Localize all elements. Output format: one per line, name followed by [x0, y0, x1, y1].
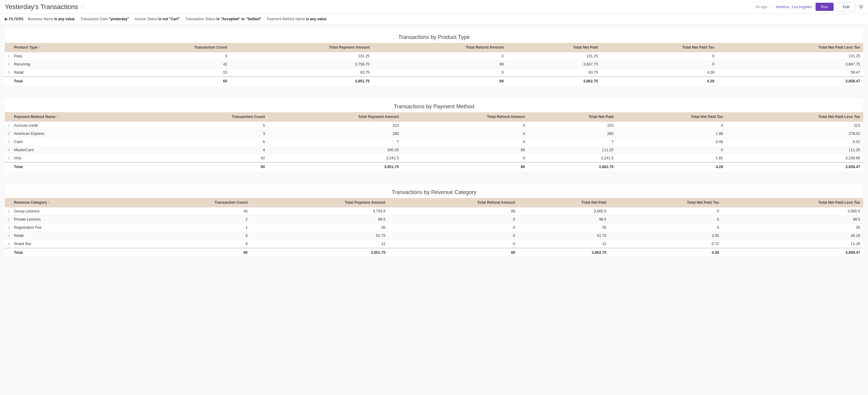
row-num: 1: [5, 122, 11, 130]
col-rownum-header: [5, 43, 11, 52]
table-row: 1 Pass 3 131.25 0 131.25 0 131.25: [5, 52, 863, 60]
run-button[interactable]: Run: [815, 3, 834, 11]
cell-net-less-tax: 98.5: [722, 215, 863, 223]
filter-separator-2: [131, 17, 133, 21]
cell-product-type: Pass: [11, 52, 111, 60]
cell-net-paid: 223: [528, 122, 617, 130]
filter-separator-1: [76, 17, 79, 21]
col-total-net-paid-less-tax[interactable]: Total Net Paid Less Tax: [722, 198, 863, 207]
col-total-refund-amount[interactable]: Total Refund Amount: [389, 198, 518, 207]
col-total-net-paid[interactable]: Total Net Paid: [518, 198, 609, 207]
cell-net-tax: 0: [617, 122, 726, 130]
cell-net-paid: 63.75: [507, 68, 601, 77]
total-net-less-tax: 3,858.47: [726, 162, 863, 171]
col-total-net-paid-less-tax[interactable]: Total Net Paid Less Tax: [726, 112, 863, 122]
col-total-net-paid-tax[interactable]: Total Net Paid Tax: [609, 198, 722, 207]
total-label: Total: [11, 162, 156, 171]
cell-net-paid: 7: [528, 138, 617, 146]
col-total-net-paid[interactable]: Total Net Paid: [507, 43, 601, 52]
col-total-net-paid-tax[interactable]: Total Net Paid Tax: [601, 43, 717, 52]
row-num: 1: [5, 207, 11, 215]
cell-product-type: Recurring: [11, 60, 111, 68]
cell-net-less-tax: 48.19: [722, 232, 863, 240]
table-row: 2 Recurring 42 3,756.75 89 3,667.75 0 3,…: [5, 60, 863, 68]
cell-net-paid-less-tax: 131.25: [717, 52, 863, 60]
col-total-payment-amount[interactable]: Total Payment Amount: [230, 43, 372, 52]
cell-net-tax: 0.72: [609, 240, 722, 248]
filters-bar: ▶ FILTERS Business Name is any value Tra…: [0, 14, 868, 25]
row-num: 2: [5, 130, 11, 138]
total-payment: 3,951.75: [251, 248, 389, 257]
col-total-refund-amount[interactable]: Total Refund Amount: [402, 112, 528, 122]
filter-transaction-status: Transaction Status is "Accepted" or "Set…: [185, 17, 261, 21]
cell-payment: 280: [268, 130, 402, 138]
col-transaction-count[interactable]: Transaction Count: [135, 198, 251, 207]
cell-refund: 89: [389, 207, 518, 215]
cell-transaction-count: 42: [111, 60, 230, 68]
favorite-icon[interactable]: ♡: [81, 4, 85, 10]
cell-count: 42: [156, 154, 268, 163]
cell-count: 4: [156, 146, 268, 154]
cell-refund: 0: [389, 232, 518, 240]
col-transaction-count[interactable]: Transaction Count: [156, 112, 268, 122]
row-num: 2: [5, 215, 11, 223]
table-product-type: Product Type ↑ Transaction Count Total P…: [5, 43, 863, 85]
row-num: 4: [5, 232, 11, 240]
cell-count: 1: [135, 223, 251, 232]
cell-revenue-category: Snack Bar: [11, 240, 135, 248]
cell-net-less-tax: 11.28: [722, 240, 863, 248]
col-total-payment-amount[interactable]: Total Payment Amount: [251, 198, 389, 207]
col-revenue-category[interactable]: Revenue Category ↑: [11, 198, 135, 207]
table-row: 2 Private Lessons 2 98.5 0 98.5 0 98.5: [5, 215, 863, 223]
timezone: America - Los Angeles: [776, 5, 812, 9]
col-payment-method-name[interactable]: Payment Method Name ↑: [11, 112, 156, 122]
table-payment-method: Payment Method Name ↑ Transaction Count …: [5, 112, 863, 171]
table-header-row: Revenue Category ↑ Transaction Count Tot…: [5, 198, 863, 207]
cell-payment: 3,241.5: [268, 154, 402, 163]
total-label-empty: [5, 248, 11, 257]
cell-payment-method: American Express: [11, 130, 156, 138]
cell-payment-method: Account credit: [11, 122, 156, 130]
cell-refund: 0: [389, 223, 518, 232]
section-payment-method: Transactions by Payment Method Payment M…: [5, 99, 863, 171]
cell-net-paid: 3,667.75: [507, 60, 601, 68]
cell-net-paid: 35: [518, 223, 609, 232]
cell-net-tax: 0: [609, 215, 722, 223]
col-total-net-paid-tax[interactable]: Total Net Paid Tax: [617, 112, 726, 122]
table-row: 3 Cash 6 7 0 7 0.48 6.52: [5, 138, 863, 146]
section-revenue-category: Transactions by Revenue Category Revenue…: [5, 184, 863, 257]
col-total-net-paid[interactable]: Total Net Paid: [528, 112, 617, 122]
filters-toggle[interactable]: ▶ FILTERS: [5, 17, 24, 21]
col-product-type[interactable]: Product Type ↑: [11, 43, 111, 52]
row-num: 5: [5, 154, 11, 163]
filter-separator-3: [182, 17, 184, 21]
table-row: 3 Retail 15 63.75 0 63.75 4.28 59.47: [5, 68, 863, 77]
filters-arrow-icon: ▶: [5, 17, 7, 21]
cell-revenue-category: Registration Fee: [11, 223, 135, 232]
total-net-tax: 4.28: [617, 162, 726, 171]
edit-button[interactable]: Edit: [837, 2, 855, 11]
cell-net-tax: 0: [609, 207, 722, 215]
cell-net-paid: 12: [518, 240, 609, 248]
cell-net-tax: 0: [609, 223, 722, 232]
table-row: 3 Registration Fee 1 35 0 35 0 35: [5, 223, 863, 232]
cell-net-paid: 3,665.5: [518, 207, 609, 215]
cell-net-less-tax: 111.25: [726, 146, 863, 154]
content: Transactions by Product Type Product Typ…: [0, 25, 868, 270]
col-total-net-paid-less-tax[interactable]: Total Net Paid Less Tax: [717, 43, 863, 52]
cell-refund: 0: [389, 240, 518, 248]
cell-revenue-category: Group Lessons: [11, 207, 135, 215]
col-transaction-count[interactable]: Transaction Count: [111, 43, 230, 52]
header-left: Yesterday's Transactions ♡: [5, 3, 85, 11]
gear-button[interactable]: ⚙: [859, 4, 863, 10]
cell-payment: 223: [268, 122, 402, 130]
row-num: 1: [5, 52, 11, 60]
cell-payment: 3,754.5: [251, 207, 389, 215]
cell-payment: 98.5: [251, 215, 389, 223]
total-label-empty: [5, 162, 11, 171]
col-total-refund-amount[interactable]: Total Refund Amount: [373, 43, 507, 52]
header-right: 3m ago · America - Los Angeles Run Edit …: [755, 2, 863, 11]
cell-net-paid-less-tax: 59.47: [717, 68, 863, 77]
col-total-payment-amount[interactable]: Total Payment Amount: [268, 112, 402, 122]
total-payment: 3,951.75: [230, 77, 372, 85]
